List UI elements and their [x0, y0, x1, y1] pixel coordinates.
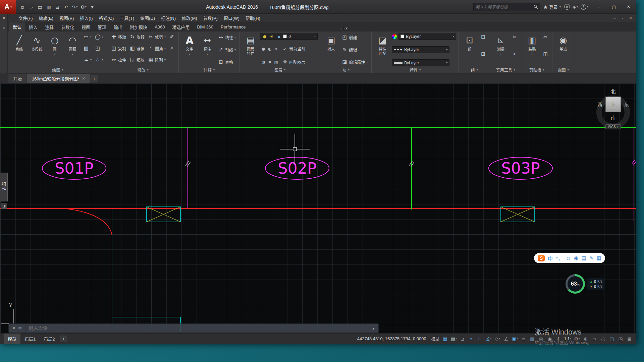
- network-monitor-widget[interactable]: 63 % ▲ 0 K/s ▼ 0 K/s: [566, 274, 605, 294]
- panel-label-block[interactable]: 块▾: [320, 67, 371, 73]
- command-close-icon[interactable]: ✕: [12, 326, 15, 330]
- ribbon-btn-erase[interactable]: ✐: [168, 33, 176, 41]
- menu-view[interactable]: 视图(V): [56, 14, 77, 22]
- status-isolate-objects[interactable]: ◌: [599, 335, 607, 343]
- menu-draw[interactable]: 绘图(D): [137, 14, 158, 22]
- menu-window[interactable]: 窗口(W): [221, 14, 243, 22]
- palette-flyout-icon[interactable]: ◨: [1, 203, 7, 209]
- ribbon-btn-polyline[interactable]: ∿多段线: [29, 33, 45, 67]
- lineweight-combo[interactable]: ByLayer▾: [392, 59, 449, 66]
- menu-format[interactable]: 格式(O): [96, 14, 117, 22]
- layer-combo[interactable]: ●☀▪0▾: [260, 33, 318, 40]
- ribbon-btn-line[interactable]: ╱直线: [11, 33, 28, 67]
- ribbon-btn-group-edit[interactable]: ⊞: [479, 50, 487, 58]
- status-object-snap[interactable]: ▣▾: [511, 335, 519, 343]
- status-snap-mode[interactable]: ▩▾: [450, 335, 458, 343]
- layer-freeze-icon[interactable]: ❄: [273, 46, 279, 52]
- ribbon-btn-rectangle[interactable]: ▭▾: [82, 33, 93, 41]
- panel-label-clipboard[interactable]: 剪贴板▾: [521, 67, 552, 73]
- titlebar-app-store-icon[interactable]: ✕: [564, 4, 570, 10]
- ribbon-tab-performance[interactable]: Performance: [217, 22, 249, 32]
- ribbon-display-icon[interactable]: ▭: [341, 26, 344, 31]
- ime-toolbox-icon[interactable]: ▦: [596, 255, 601, 261]
- status-infer-constraints[interactable]: ⊿: [459, 335, 467, 343]
- panel-label-draw[interactable]: 绘图▾: [8, 67, 107, 73]
- status-graphics-performance[interactable]: ▢: [608, 335, 616, 343]
- menu-modify[interactable]: 修改(M): [179, 14, 200, 22]
- ribbon-btn-quick-calc[interactable]: ⌗: [510, 33, 519, 41]
- status-autoscale[interactable]: ↕: [554, 335, 562, 343]
- status-transparency[interactable]: ▨: [528, 335, 536, 343]
- panel-label-modify[interactable]: 修改▾: [107, 67, 178, 73]
- ribbon-btn-edit-attributes[interactable]: ◪编辑属性▾: [340, 58, 369, 66]
- ribbon-btn-region[interactable]: ◰: [94, 44, 105, 53]
- ribbon-btn-fillet[interactable]: ◜圆角▾: [147, 44, 167, 53]
- ime-emoji-icon[interactable]: ☺: [566, 255, 571, 261]
- layout-tab-layout2[interactable]: 布局2: [40, 334, 59, 344]
- panel-label-layers[interactable]: 图层▾: [240, 67, 320, 73]
- status-ortho-mode[interactable]: ∟: [476, 335, 484, 343]
- wcs-menu[interactable]: WCS ▾: [605, 124, 621, 129]
- search-input[interactable]: [476, 5, 534, 9]
- qat-workspace-icon[interactable]: ⚙▾: [79, 3, 88, 11]
- ribbon-btn-table[interactable]: ⊞表格: [217, 58, 237, 66]
- status-grid-display[interactable]: ▦: [441, 335, 449, 343]
- ribbon-tab-output[interactable]: 输出: [110, 22, 126, 32]
- ribbon-btn-leader[interactable]: ↗引线▾: [217, 45, 237, 54]
- menu-dimension[interactable]: 标注(N): [158, 14, 179, 22]
- qat-qat-menu-icon[interactable]: ▾: [88, 3, 96, 11]
- status-dynamic-input[interactable]: ⌖: [467, 335, 475, 343]
- ribbon-tab-manage[interactable]: 管理: [94, 22, 110, 32]
- menu-tools[interactable]: 工具(T): [117, 14, 137, 22]
- viewcube-north[interactable]: 北: [610, 87, 615, 95]
- doc-close-button[interactable]: ✕: [627, 14, 635, 22]
- section-label-s02p[interactable]: S02P: [278, 159, 316, 177]
- new-layout-button[interactable]: +: [60, 336, 67, 342]
- status-quick-properties[interactable]: ▱: [590, 335, 598, 343]
- command-line[interactable]: ✕ ⚙ ▴: [8, 323, 379, 333]
- menu-insert[interactable]: 插入(I): [77, 14, 96, 22]
- ribbon-tab-parametric[interactable]: 参数化: [57, 22, 78, 32]
- ribbon-btn-scale[interactable]: ◱缩放: [128, 55, 146, 64]
- ribbon-btn-measure[interactable]: ⊾测量▾: [492, 33, 509, 67]
- ribbon-btn-base-point[interactable]: ◉基点: [555, 33, 572, 67]
- section-label-s03p[interactable]: S03P: [501, 159, 540, 177]
- ribbon-btn-group[interactable]: ⊡组: [461, 33, 478, 67]
- layer-on-icon[interactable]: ●: [262, 34, 267, 40]
- status-annotation-scale[interactable]: 1:1▾: [563, 335, 572, 343]
- ribbon-btn-circle[interactable]: ○圆▾: [46, 33, 63, 67]
- ribbon-tab-view[interactable]: 视图: [78, 22, 94, 32]
- qat-redo-icon[interactable]: ↷▾: [71, 3, 79, 11]
- qat-undo-icon[interactable]: ↶: [62, 3, 70, 11]
- qat-open-icon[interactable]: ▱: [27, 3, 35, 11]
- file-tab-start[interactable]: 开始: [8, 74, 26, 83]
- hatch-block-2[interactable]: [501, 207, 535, 222]
- status-polar-tracking[interactable]: ∡▾: [485, 335, 493, 343]
- ribbon-btn-match-properties[interactable]: ◪特性匹配: [374, 33, 391, 67]
- status-model-space[interactable]: 模型: [430, 335, 440, 343]
- ime-handwriting-icon[interactable]: ✎: [589, 255, 594, 261]
- linetype-combo[interactable]: ByLayer▾: [392, 46, 449, 53]
- section-label-s01p[interactable]: S01P: [55, 159, 93, 177]
- ribbon-btn-arc[interactable]: ◠圆弧▾: [64, 33, 81, 67]
- menu-file[interactable]: 文件(F): [15, 14, 36, 22]
- ribbon-btn-make-current[interactable]: ✓置为当前: [281, 45, 307, 53]
- layout-tab-layout1[interactable]: 布局1: [20, 334, 40, 344]
- ribbon-btn-mirror[interactable]: ◧镜像: [128, 44, 146, 53]
- ribbon-tab-a360[interactable]: A360: [151, 22, 168, 32]
- command-customize-icon[interactable]: ⚙: [18, 326, 22, 330]
- search-icon[interactable]: [534, 5, 538, 9]
- ribbon-btn-layer-properties[interactable]: ▤图层特性: [242, 33, 259, 67]
- properties-palette-tab[interactable]: 特性: [0, 173, 8, 201]
- menu-edit[interactable]: 编辑(E): [36, 14, 56, 22]
- ribbon-btn-cut[interactable]: ✂: [541, 33, 550, 41]
- drawing-canvas[interactable]: S01P S02P S03P: [0, 83, 636, 333]
- status-annotation-visibility[interactable]: ◉: [546, 335, 554, 343]
- status-annotation-monitor[interactable]: ⊕: [582, 335, 590, 343]
- status-workspace-switching[interactable]: ⚙▾: [573, 335, 581, 343]
- status-object-snap-tracking[interactable]: ∠: [502, 335, 510, 343]
- application-menu-button[interactable]: A ▾: [0, 0, 16, 14]
- ribbon-btn-linear[interactable]: ↔线性▾: [217, 33, 237, 42]
- ribbon-btn-dimension[interactable]: ↔标注▾: [199, 33, 216, 67]
- qat-save-as-icon[interactable]: ▥: [45, 3, 53, 11]
